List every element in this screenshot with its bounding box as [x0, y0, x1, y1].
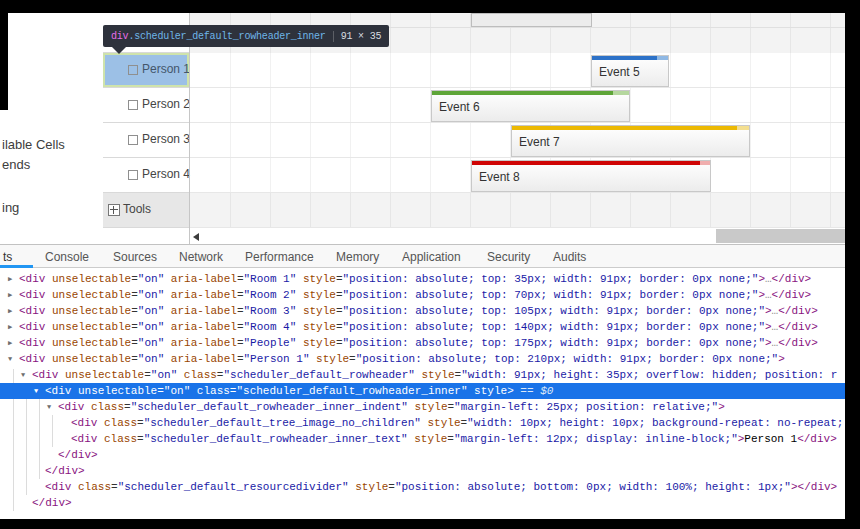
devtools-tab[interactable]: Security [487, 250, 530, 264]
code-token-pun: = [336, 321, 343, 333]
tree-node-icon[interactable] [128, 170, 138, 180]
dom-tree-line[interactable]: <div class="scheduler_default_rowheader_… [0, 399, 845, 415]
devtools-tab[interactable]: Memory [336, 250, 379, 264]
rowheader-cell-highlighted[interactable]: Person 1 [103, 53, 189, 88]
sidebar-item[interactable]: ends [2, 157, 30, 172]
sidebar-item[interactable]: ing [2, 200, 19, 215]
dom-tree-line[interactable]: <div unselectable="on" aria-label="Peopl… [0, 335, 845, 351]
code-token-attr: aria-label [164, 321, 237, 333]
expand-arrow-icon[interactable] [8, 271, 19, 287]
tree-node-icon[interactable] [128, 135, 138, 145]
dom-tree-line[interactable]: <div class="scheduler_default_rowheader_… [0, 431, 845, 447]
code-token-val: "scheduler_default_rowheader_inner" [236, 385, 467, 397]
code-token-pun: = [131, 289, 138, 301]
collapse-arrow-icon[interactable] [47, 399, 58, 415]
expand-plus-icon[interactable] [108, 204, 120, 216]
code-token-tag: </div> [58, 449, 98, 461]
code-token-tag: </div> [45, 465, 85, 477]
code-token-tag: > [507, 385, 514, 397]
rowheader-cell[interactable]: Tools [103, 193, 189, 228]
dom-tree-line[interactable]: <div unselectable="on" aria-label="Room … [0, 271, 845, 287]
code-token-pun: = [157, 385, 164, 397]
code-token-attr: style [296, 321, 336, 333]
devtools-tab[interactable]: Performance [245, 250, 314, 264]
code-token-attr: style [415, 369, 455, 381]
devtools-tab[interactable]: Audits [553, 250, 586, 264]
rowheader-cell[interactable]: Person 3 [103, 123, 189, 158]
event[interactable]: Event 8 [471, 160, 711, 192]
devtools-tab[interactable]: ts [3, 250, 12, 264]
code-token-attr: style [310, 353, 350, 365]
frame-border-right [845, 0, 860, 529]
expand-arrow-icon[interactable] [8, 287, 19, 303]
code-token-attr: style [296, 305, 336, 317]
code-token-tag: </div> [772, 273, 812, 285]
collapse-arrow-icon[interactable] [34, 383, 45, 399]
event-duration-bar [512, 126, 749, 130]
rowheader-label: Person 2 [142, 97, 190, 111]
dom-tree-line[interactable]: <div unselectable="on" aria-label="Room … [0, 319, 845, 335]
devtools-tab[interactable]: Network [179, 250, 223, 264]
dom-tree-line[interactable]: <div unselectable="on" aria-label="Room … [0, 303, 845, 319]
code-token-tag: > [765, 337, 772, 349]
sidebar-item[interactable]: ilable Cells [2, 137, 65, 152]
scheduler-grid-row-tools[interactable] [190, 193, 845, 228]
code-token-pun: = [137, 433, 144, 445]
code-token-val: "on" [138, 321, 164, 333]
code-token-val: "position: absolute; top: 140px; width: … [343, 321, 765, 333]
code-token-val: "on" [138, 305, 164, 317]
event[interactable]: Event 5 [591, 55, 669, 87]
dom-tree-line[interactable]: <div unselectable="on" class="scheduler_… [0, 367, 845, 383]
collapse-arrow-icon[interactable] [8, 351, 19, 367]
code-token-pun: = [131, 321, 138, 333]
expand-arrow-icon[interactable] [8, 319, 19, 335]
event[interactable]: Event 6 [431, 90, 630, 122]
dom-tree-line[interactable]: <div unselectable="on" aria-label="Room … [0, 287, 845, 303]
rowheader-cell[interactable]: Person 4 [103, 158, 189, 193]
dom-tree-line[interactable]: <div unselectable="on" aria-label="Perso… [0, 351, 845, 367]
event[interactable]: Event 7 [511, 125, 750, 157]
code-token-hint: == $0 [514, 385, 554, 397]
event-fragment[interactable] [471, 13, 592, 27]
rowheader-blank-cell[interactable] [103, 228, 189, 244]
code-token-attr: unselectable [58, 369, 144, 381]
scheduler-grid-row[interactable] [190, 53, 845, 88]
scrollbar-thumb[interactable] [716, 229, 845, 243]
dom-tree-line[interactable]: </div> [0, 447, 845, 463]
event-duration-bar [592, 56, 668, 60]
tree-node-icon[interactable] [128, 65, 138, 75]
rowheader-label: Person 4 [142, 167, 190, 181]
tree-node-icon[interactable] [128, 100, 138, 110]
scrollbar-left-arrow-icon[interactable] [193, 233, 199, 241]
dom-tree-line[interactable]: <div class="scheduler_default_resourcedi… [0, 479, 845, 495]
code-token-val: "Room 1" [243, 273, 296, 285]
dom-tree-line[interactable]: </div> [0, 495, 845, 511]
rowheader-label: Tools [123, 202, 151, 216]
code-token-attr: class [97, 417, 137, 429]
code-token-attr: class [71, 481, 111, 493]
devtools-tab[interactable]: Application [402, 250, 461, 264]
frame-border-top [0, 0, 860, 13]
code-token-val: "on" [138, 289, 164, 301]
event-label: Event 8 [479, 170, 520, 184]
code-token-pun: = [349, 353, 356, 365]
code-token-val: "People" [243, 337, 296, 349]
code-token-val: "Room 3" [243, 305, 296, 317]
code-token-val: "on" [151, 369, 177, 381]
inspect-tooltip-pointer [112, 47, 126, 54]
code-token-attr: class [177, 369, 217, 381]
dom-tree-line[interactable]: </div> [0, 463, 845, 479]
dom-tree-line-selected[interactable]: <div unselectable="on" class="scheduler_… [0, 383, 845, 399]
devtools-tab[interactable]: Sources [113, 250, 157, 264]
expand-arrow-icon[interactable] [8, 303, 19, 319]
code-token-pun: = [336, 305, 343, 317]
dom-tree-line[interactable]: <div class="scheduler_default_tree_image… [0, 415, 845, 431]
code-token-tag: </div> [778, 337, 818, 349]
expand-arrow-icon[interactable] [8, 335, 19, 351]
collapse-arrow-icon[interactable] [21, 367, 32, 383]
code-token-val: "Room 2" [243, 289, 296, 301]
code-token-attr: aria-label [164, 289, 237, 301]
rowheader-cell[interactable]: Person 2 [103, 88, 189, 123]
devtools-tab[interactable]: Console [45, 250, 89, 264]
devtools-dom-tree[interactable]: <div unselectable="on" aria-label="Room … [0, 268, 845, 519]
